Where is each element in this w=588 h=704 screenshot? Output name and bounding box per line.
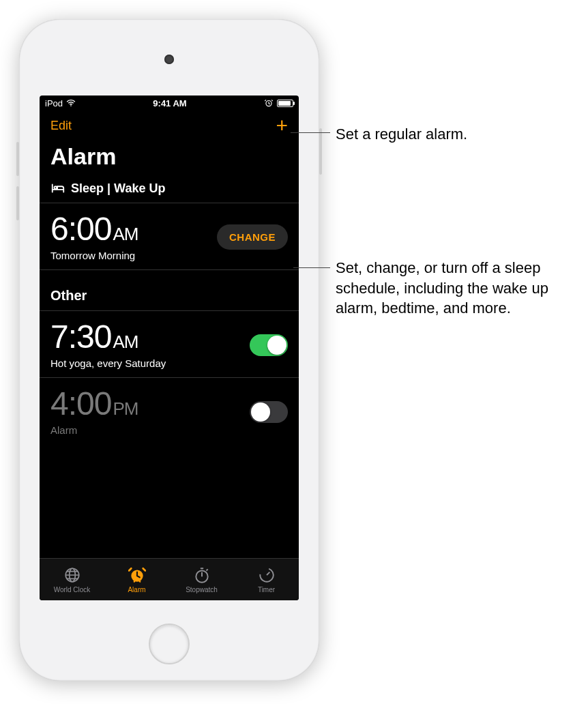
front-camera bbox=[164, 55, 174, 64]
bed-icon bbox=[50, 181, 65, 196]
stopwatch-icon bbox=[193, 566, 211, 584]
alarm-1-time-value: 4:00 bbox=[50, 385, 111, 422]
tab-bar: World Clock Alarm Stopwatch bbox=[40, 558, 299, 600]
tab-world-clock[interactable]: World Clock bbox=[40, 559, 104, 600]
edit-button[interactable]: Edit bbox=[50, 119, 72, 133]
alarm-icon bbox=[128, 566, 146, 584]
alarm-row-0[interactable]: 7:30AM Hot yoga, every Saturday bbox=[40, 311, 299, 378]
sleep-alarm-row: 6:00AM Tomorrow Morning CHANGE bbox=[40, 203, 299, 270]
alarm-0-label: Hot yoga, every Saturday bbox=[50, 357, 166, 369]
alarm-0-toggle[interactable] bbox=[250, 334, 288, 356]
page-title: Alarm bbox=[40, 141, 299, 177]
callout-line-change bbox=[293, 267, 330, 268]
sleep-alarm-subtitle: Tomorrow Morning bbox=[50, 250, 138, 261]
alarm-row-1[interactable]: 4:00PM Alarm bbox=[40, 378, 299, 444]
tab-timer[interactable]: Timer bbox=[234, 559, 299, 600]
alarm-1-toggle[interactable] bbox=[250, 401, 288, 423]
tab-label: Stopwatch bbox=[186, 586, 218, 593]
alarm-0-time: 7:30AM bbox=[50, 321, 166, 353]
callout-add: Set a regular alarm. bbox=[336, 124, 467, 145]
volume-up-button[interactable] bbox=[16, 142, 19, 176]
alarm-status-icon bbox=[264, 98, 274, 108]
sleep-alarm-time: 6:00AM bbox=[50, 213, 138, 246]
home-button[interactable] bbox=[149, 624, 190, 664]
alarm-1-ampm: PM bbox=[113, 398, 138, 419]
status-bar: iPod 9:41 AM bbox=[40, 96, 299, 111]
sleep-section-header: Sleep | Wake Up bbox=[40, 177, 299, 203]
change-sleep-button[interactable]: CHANGE bbox=[217, 224, 288, 250]
sleep-section-title: Sleep | Wake Up bbox=[71, 181, 165, 196]
timer-icon bbox=[258, 566, 276, 584]
carrier-label: iPod bbox=[45, 98, 63, 108]
tab-label: Alarm bbox=[128, 586, 145, 593]
other-section-header: Other bbox=[40, 270, 299, 311]
sleep-time-value: 6:00 bbox=[50, 211, 111, 247]
status-time: 9:41 AM bbox=[153, 98, 186, 108]
tab-stopwatch[interactable]: Stopwatch bbox=[169, 559, 234, 600]
callout-line-add bbox=[291, 132, 330, 133]
alarm-0-time-value: 7:30 bbox=[50, 319, 111, 355]
volume-down-button[interactable] bbox=[16, 186, 19, 220]
device-frame: iPod 9:41 AM Edit + bbox=[19, 19, 319, 681]
callout-change: Set, change, or turn off a sleep schedul… bbox=[336, 258, 574, 319]
battery-icon bbox=[277, 100, 293, 107]
wifi-icon bbox=[66, 98, 76, 108]
tab-label: Timer bbox=[258, 586, 275, 593]
tab-alarm[interactable]: Alarm bbox=[104, 559, 169, 600]
screen: iPod 9:41 AM Edit + bbox=[40, 96, 299, 600]
add-alarm-button[interactable]: + bbox=[276, 115, 288, 136]
sleep-wake-button[interactable] bbox=[319, 128, 322, 175]
tab-label: World Clock bbox=[54, 586, 91, 593]
sleep-time-ampm: AM bbox=[113, 224, 138, 244]
svg-point-0 bbox=[70, 105, 72, 106]
globe-icon bbox=[63, 566, 81, 584]
alarm-0-ampm: AM bbox=[113, 332, 138, 352]
alarm-1-time: 4:00PM bbox=[50, 387, 138, 420]
alarm-1-label: Alarm bbox=[50, 424, 138, 436]
nav-bar: Edit + bbox=[40, 111, 299, 141]
